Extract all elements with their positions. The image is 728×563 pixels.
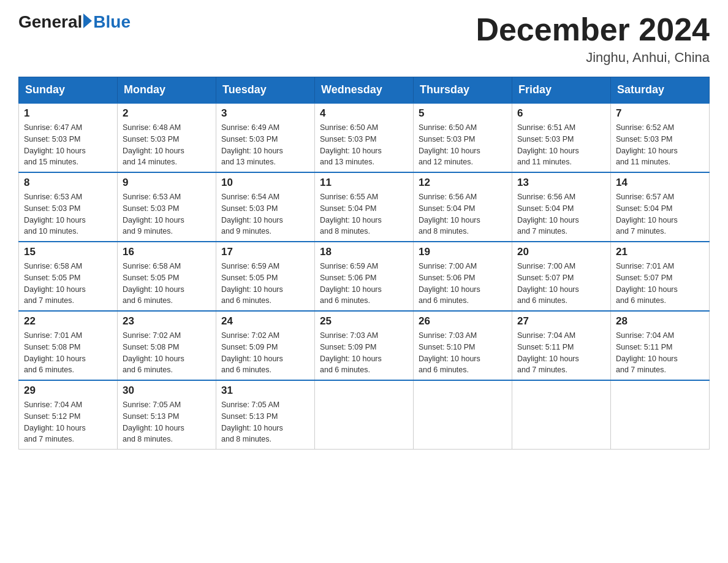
day-info: Sunrise: 6:56 AMSunset: 5:04 PMDaylight:…	[517, 191, 605, 237]
calendar-cell	[414, 380, 512, 450]
day-info: Sunrise: 7:02 AMSunset: 5:09 PMDaylight:…	[221, 330, 309, 376]
calendar-cell: 30Sunrise: 7:05 AMSunset: 5:13 PMDayligh…	[118, 380, 216, 450]
day-info: Sunrise: 7:05 AMSunset: 5:13 PMDaylight:…	[221, 399, 309, 445]
calendar-cell: 8Sunrise: 6:53 AMSunset: 5:03 PMDaylight…	[19, 172, 118, 242]
day-number: 20	[517, 246, 605, 258]
day-info: Sunrise: 6:49 AMSunset: 5:03 PMDaylight:…	[221, 122, 309, 168]
week-row-5: 29Sunrise: 7:04 AMSunset: 5:12 PMDayligh…	[19, 380, 710, 450]
day-info: Sunrise: 6:58 AMSunset: 5:05 PMDaylight:…	[123, 261, 211, 307]
day-info: Sunrise: 7:00 AMSunset: 5:07 PMDaylight:…	[517, 261, 605, 307]
day-number: 26	[419, 315, 507, 327]
day-info: Sunrise: 6:50 AMSunset: 5:03 PMDaylight:…	[320, 122, 408, 168]
month-title: December 2024	[476, 12, 710, 47]
day-info: Sunrise: 6:56 AMSunset: 5:04 PMDaylight:…	[419, 191, 507, 237]
day-info: Sunrise: 6:53 AMSunset: 5:03 PMDaylight:…	[123, 191, 211, 237]
calendar-cell: 14Sunrise: 6:57 AMSunset: 5:04 PMDayligh…	[611, 172, 710, 242]
day-info: Sunrise: 7:04 AMSunset: 5:12 PMDaylight:…	[24, 399, 112, 445]
week-row-2: 8Sunrise: 6:53 AMSunset: 5:03 PMDaylight…	[19, 172, 710, 242]
day-number: 19	[419, 246, 507, 258]
day-number: 22	[24, 315, 112, 327]
day-number: 25	[320, 315, 408, 327]
day-info: Sunrise: 6:50 AMSunset: 5:03 PMDaylight:…	[419, 122, 507, 168]
day-info: Sunrise: 7:05 AMSunset: 5:13 PMDaylight:…	[123, 399, 211, 445]
logo: General Blue	[18, 12, 131, 32]
day-number: 9	[123, 177, 211, 189]
day-number: 12	[419, 177, 507, 189]
calendar-table: SundayMondayTuesdayWednesdayThursdayFrid…	[18, 77, 710, 450]
day-number: 24	[221, 315, 309, 327]
weekday-header-friday: Friday	[512, 77, 611, 104]
calendar-cell: 31Sunrise: 7:05 AMSunset: 5:13 PMDayligh…	[216, 380, 315, 450]
day-number: 29	[24, 385, 112, 397]
weekday-header-sunday: Sunday	[19, 77, 118, 104]
calendar-cell: 15Sunrise: 6:58 AMSunset: 5:05 PMDayligh…	[19, 242, 118, 311]
day-info: Sunrise: 6:53 AMSunset: 5:03 PMDaylight:…	[24, 191, 112, 237]
calendar-cell: 24Sunrise: 7:02 AMSunset: 5:09 PMDayligh…	[216, 311, 315, 380]
calendar-cell	[512, 380, 611, 450]
day-info: Sunrise: 6:58 AMSunset: 5:05 PMDaylight:…	[24, 261, 112, 307]
day-info: Sunrise: 7:04 AMSunset: 5:11 PMDaylight:…	[616, 330, 704, 376]
day-number: 5	[419, 107, 507, 120]
title-section: December 2024 Jinghu, Anhui, China	[476, 12, 710, 66]
calendar-cell: 27Sunrise: 7:04 AMSunset: 5:11 PMDayligh…	[512, 311, 611, 380]
day-number: 30	[123, 385, 211, 397]
day-info: Sunrise: 6:47 AMSunset: 5:03 PMDaylight:…	[24, 122, 112, 168]
calendar-cell: 10Sunrise: 6:54 AMSunset: 5:03 PMDayligh…	[216, 172, 315, 242]
weekday-header-tuesday: Tuesday	[216, 77, 315, 104]
day-info: Sunrise: 6:48 AMSunset: 5:03 PMDaylight:…	[123, 122, 211, 168]
calendar-cell: 25Sunrise: 7:03 AMSunset: 5:09 PMDayligh…	[315, 311, 414, 380]
day-info: Sunrise: 6:57 AMSunset: 5:04 PMDaylight:…	[616, 191, 704, 237]
logo-arrow-icon	[83, 13, 92, 28]
weekday-header-thursday: Thursday	[414, 77, 512, 104]
day-number: 18	[320, 246, 408, 258]
calendar-cell: 11Sunrise: 6:55 AMSunset: 5:04 PMDayligh…	[315, 172, 414, 242]
day-number: 23	[123, 315, 211, 327]
week-row-4: 22Sunrise: 7:01 AMSunset: 5:08 PMDayligh…	[19, 311, 710, 380]
calendar-cell	[611, 380, 710, 450]
week-row-3: 15Sunrise: 6:58 AMSunset: 5:05 PMDayligh…	[19, 242, 710, 311]
day-number: 1	[24, 107, 112, 120]
day-info: Sunrise: 7:04 AMSunset: 5:11 PMDaylight:…	[517, 330, 605, 376]
day-number: 27	[517, 315, 605, 327]
calendar-cell: 4Sunrise: 6:50 AMSunset: 5:03 PMDaylight…	[315, 103, 414, 172]
calendar-cell: 18Sunrise: 6:59 AMSunset: 5:06 PMDayligh…	[315, 242, 414, 311]
calendar-cell: 17Sunrise: 6:59 AMSunset: 5:05 PMDayligh…	[216, 242, 315, 311]
calendar-cell: 7Sunrise: 6:52 AMSunset: 5:03 PMDaylight…	[611, 103, 710, 172]
day-number: 10	[221, 177, 309, 189]
day-info: Sunrise: 7:01 AMSunset: 5:07 PMDaylight:…	[616, 261, 704, 307]
day-info: Sunrise: 6:52 AMSunset: 5:03 PMDaylight:…	[616, 122, 704, 168]
day-number: 16	[123, 246, 211, 258]
calendar-cell: 19Sunrise: 7:00 AMSunset: 5:06 PMDayligh…	[414, 242, 512, 311]
logo-blue-text: Blue	[93, 12, 131, 32]
day-info: Sunrise: 6:51 AMSunset: 5:03 PMDaylight:…	[517, 122, 605, 168]
calendar-cell: 5Sunrise: 6:50 AMSunset: 5:03 PMDaylight…	[414, 103, 512, 172]
day-info: Sunrise: 7:02 AMSunset: 5:08 PMDaylight:…	[123, 330, 211, 376]
location-subtitle: Jinghu, Anhui, China	[476, 50, 710, 66]
page-header: General Blue December 2024 Jinghu, Anhui…	[18, 12, 710, 66]
calendar-cell: 9Sunrise: 6:53 AMSunset: 5:03 PMDaylight…	[118, 172, 216, 242]
day-info: Sunrise: 6:59 AMSunset: 5:06 PMDaylight:…	[320, 261, 408, 307]
day-number: 21	[616, 246, 704, 258]
calendar-cell: 3Sunrise: 6:49 AMSunset: 5:03 PMDaylight…	[216, 103, 315, 172]
day-number: 8	[24, 177, 112, 189]
day-info: Sunrise: 6:55 AMSunset: 5:04 PMDaylight:…	[320, 191, 408, 237]
day-number: 2	[123, 107, 211, 120]
day-number: 13	[517, 177, 605, 189]
weekday-header-saturday: Saturday	[611, 77, 710, 104]
day-number: 3	[221, 107, 309, 120]
calendar-cell: 1Sunrise: 6:47 AMSunset: 5:03 PMDaylight…	[19, 103, 118, 172]
day-info: Sunrise: 7:00 AMSunset: 5:06 PMDaylight:…	[419, 261, 507, 307]
calendar-cell	[315, 380, 414, 450]
calendar-cell: 23Sunrise: 7:02 AMSunset: 5:08 PMDayligh…	[118, 311, 216, 380]
calendar-cell: 6Sunrise: 6:51 AMSunset: 5:03 PMDaylight…	[512, 103, 611, 172]
day-number: 15	[24, 246, 112, 258]
day-info: Sunrise: 6:54 AMSunset: 5:03 PMDaylight:…	[221, 191, 309, 237]
day-number: 31	[221, 385, 309, 397]
calendar-cell: 28Sunrise: 7:04 AMSunset: 5:11 PMDayligh…	[611, 311, 710, 380]
day-number: 28	[616, 315, 704, 327]
weekday-header-row: SundayMondayTuesdayWednesdayThursdayFrid…	[19, 77, 710, 104]
week-row-1: 1Sunrise: 6:47 AMSunset: 5:03 PMDaylight…	[19, 103, 710, 172]
calendar-cell: 2Sunrise: 6:48 AMSunset: 5:03 PMDaylight…	[118, 103, 216, 172]
day-info: Sunrise: 6:59 AMSunset: 5:05 PMDaylight:…	[221, 261, 309, 307]
calendar-cell: 20Sunrise: 7:00 AMSunset: 5:07 PMDayligh…	[512, 242, 611, 311]
